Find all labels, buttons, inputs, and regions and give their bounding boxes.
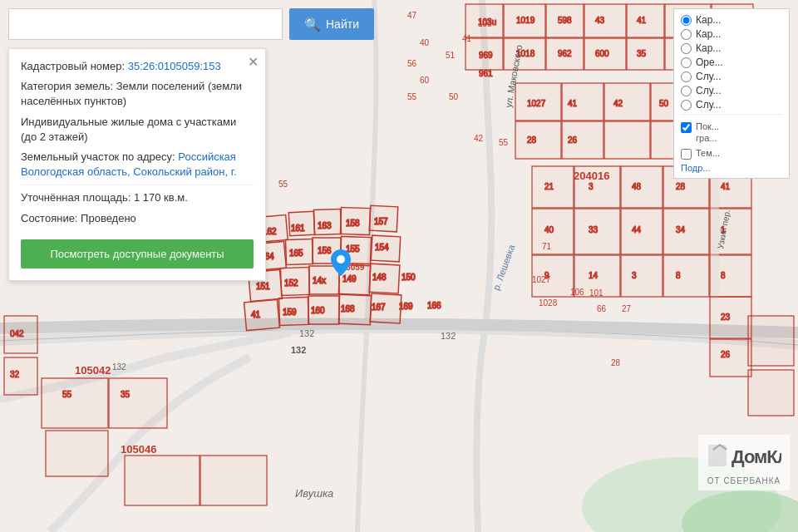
cadastral-field: Кадастровый номер: 35:26:0105059:153 <box>21 59 254 74</box>
svg-text:159: 159 <box>283 308 297 317</box>
svg-text:44: 44 <box>632 225 642 234</box>
layer-item-karta2: Кар... <box>681 28 782 40</box>
svg-text:33: 33 <box>589 225 598 234</box>
layer-item-orek: Оре... <box>681 57 782 68</box>
checkbox-dark[interactable] <box>681 149 692 160</box>
search-button[interactable]: 🔍 Найти <box>289 8 374 40</box>
map-container[interactable]: 162 161 163 158 157 164 165 156 155 154 … <box>0 0 798 532</box>
layer-label-slu3[interactable]: Слу... <box>696 99 721 111</box>
svg-text:71: 71 <box>542 242 552 251</box>
svg-text:55: 55 <box>499 138 509 147</box>
layer-item-karta1: Кар... <box>681 14 782 26</box>
svg-text:40: 40 <box>544 225 554 234</box>
radio-karta2[interactable] <box>681 29 692 40</box>
svg-text:14x: 14x <box>313 276 326 285</box>
svg-text:42: 42 <box>613 99 623 108</box>
svg-text:28: 28 <box>611 358 621 367</box>
svg-text:50: 50 <box>659 99 669 108</box>
svg-text:47: 47 <box>407 11 417 20</box>
svg-rect-135 <box>42 378 108 428</box>
radio-karta1[interactable] <box>681 15 692 26</box>
svg-rect-18 <box>244 299 280 330</box>
layer-label-orek[interactable]: Оре... <box>696 57 723 68</box>
svg-text:204016: 204016 <box>574 170 609 182</box>
cadastral-link[interactable]: 35:26:0105059:153 <box>128 60 221 72</box>
svg-text:43: 43 <box>595 16 605 25</box>
svg-rect-148 <box>748 370 794 416</box>
svg-text:961: 961 <box>479 69 493 78</box>
address-label: Земельный участок по адресу: <box>21 150 178 163</box>
svg-rect-98 <box>663 209 709 254</box>
svg-text:600: 600 <box>595 49 609 58</box>
radio-slu3[interactable] <box>681 100 692 111</box>
layer-label-slu1[interactable]: Слу... <box>696 71 721 82</box>
area-label: Уточнённая площадь: <box>21 191 134 204</box>
svg-text:962: 962 <box>558 49 572 58</box>
svg-text:48: 48 <box>632 182 642 191</box>
svg-text:101: 101 <box>589 288 603 298</box>
legend-label-boundaries[interactable]: Пок...гра... <box>696 121 719 145</box>
docs-button[interactable]: Посмотреть доступные документы <box>21 239 254 268</box>
layer-label-karta1[interactable]: Кар... <box>696 14 721 26</box>
search-input[interactable]: 5059:153 <box>8 8 283 40</box>
svg-text:60: 60 <box>420 76 430 85</box>
layer-label-karta2[interactable]: Кар... <box>696 28 721 40</box>
svg-text:41: 41 <box>721 182 731 191</box>
svg-rect-50 <box>584 4 626 37</box>
use-value: Индивидуальные жилые дома с участками (д… <box>21 116 236 143</box>
radio-orek[interactable] <box>681 57 692 68</box>
sub-link[interactable]: Подр... <box>681 163 782 173</box>
svg-text:167: 167 <box>372 303 386 312</box>
layer-panel: Кар... Кар... Кар... Оре... Слу... Слу..… <box>673 8 790 179</box>
checkbox-boundaries[interactable] <box>681 122 692 133</box>
svg-text:28: 28 <box>527 135 537 145</box>
radio-slu2[interactable] <box>681 86 692 96</box>
svg-text:158: 158 <box>346 219 360 228</box>
svg-text:23: 23 <box>721 313 731 322</box>
svg-text:132: 132 <box>441 331 456 341</box>
layer-label-karta3[interactable]: Кар... <box>696 42 721 54</box>
svg-text:55: 55 <box>278 180 288 189</box>
svg-rect-62 <box>604 83 650 121</box>
svg-text:105046: 105046 <box>121 443 156 456</box>
area-field: Уточнённая площадь: 1 170 кв.м. <box>21 190 254 205</box>
svg-text:156: 156 <box>318 246 332 255</box>
address-oblast: Вологодская область <box>21 165 127 178</box>
svg-text:105042: 105042 <box>75 364 111 377</box>
close-button[interactable]: ✕ <box>248 54 259 70</box>
svg-text:41: 41 <box>568 99 578 108</box>
layer-item-slu1: Слу... <box>681 71 782 82</box>
svg-rect-67 <box>604 121 650 159</box>
svg-rect-137 <box>46 431 108 476</box>
svg-text:56: 56 <box>407 59 417 68</box>
search-bar: 5059:153 🔍 Найти <box>8 8 374 40</box>
svg-text:50: 50 <box>449 92 459 101</box>
svg-rect-141 <box>4 357 37 395</box>
layer-label-slu2[interactable]: Слу... <box>696 85 721 96</box>
svg-rect-145 <box>125 456 200 505</box>
radio-karta3[interactable] <box>681 43 692 54</box>
svg-text:42: 42 <box>474 134 484 143</box>
radio-slu1[interactable] <box>681 71 692 82</box>
svg-text:969: 969 <box>479 51 493 60</box>
svg-text:ДомКл: ДомКл <box>732 446 781 467</box>
svg-text:8: 8 <box>676 271 681 280</box>
svg-text:1027: 1027 <box>527 99 546 108</box>
svg-text:161: 161 <box>291 224 305 233</box>
svg-rect-93 <box>621 166 663 208</box>
svg-rect-146 <box>200 456 267 505</box>
category-label: Категория земель: <box>21 80 116 92</box>
svg-point-173 <box>337 255 345 264</box>
svg-text:41: 41 <box>637 16 647 25</box>
svg-text:26: 26 <box>721 350 731 359</box>
svg-text:169: 169 <box>399 302 413 311</box>
svg-text:35: 35 <box>637 49 647 58</box>
svg-text:8: 8 <box>721 271 726 280</box>
svg-text:1027: 1027 <box>532 275 551 284</box>
status-value: Проведено <box>81 212 136 224</box>
legend-label-dark[interactable]: Тем... <box>696 147 720 159</box>
svg-rect-124 <box>710 339 751 377</box>
watermark-sub: ОТ СБЕРБАНКА <box>707 476 781 485</box>
svg-text:3: 3 <box>632 271 637 280</box>
svg-text:27: 27 <box>622 304 632 313</box>
